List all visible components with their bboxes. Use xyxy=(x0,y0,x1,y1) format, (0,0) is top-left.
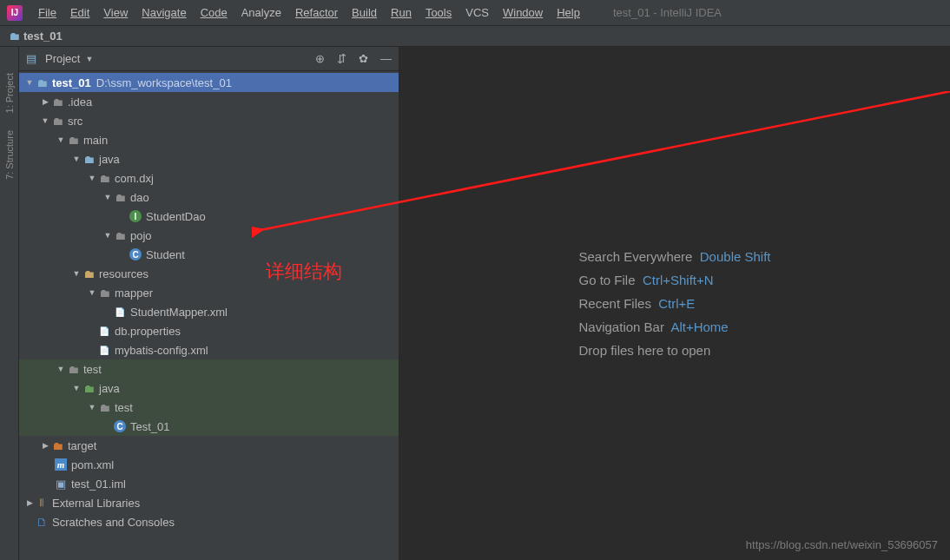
tip-gotofile-key: Ctrl+Shift+N xyxy=(643,273,714,287)
panel-header: ▤ Project ▼ ⊕ ⇵ ✿ — xyxy=(19,47,399,71)
tree-test[interactable]: ▼🖿test xyxy=(19,359,399,379)
tip-recent-label: Recent Files xyxy=(579,296,651,311)
tree-javatest[interactable]: ▼🖿java xyxy=(19,379,399,398)
tree-src[interactable]: ▼🖿src xyxy=(19,111,399,130)
app-icon: IJ xyxy=(7,5,23,21)
project-tree: ▼🖿 test_01 D:\ssm_workspace\test_01 ▶🖿.i… xyxy=(19,71,399,560)
tip-recent-key: Ctrl+E xyxy=(658,296,695,311)
tip-gotofile-label: Go to File xyxy=(579,273,636,287)
watermark: https://blog.csdn.net/weixin_53696057 xyxy=(746,538,938,551)
annotation-text: 详细结构 xyxy=(266,259,342,285)
chevron-down-icon[interactable]: ▼ xyxy=(85,55,93,63)
gear-icon[interactable]: ✿ xyxy=(359,52,368,65)
menu-edit[interactable]: Edit xyxy=(63,6,96,19)
hide-icon[interactable]: — xyxy=(380,52,392,65)
folder-icon: 🖿 xyxy=(9,30,20,43)
tree-dao[interactable]: ▼🖿dao xyxy=(19,188,399,207)
menu-tools[interactable]: Tools xyxy=(419,6,459,19)
tree-main[interactable]: ▼🖿main xyxy=(19,130,399,149)
collapse-icon[interactable]: ⇵ xyxy=(337,52,346,65)
editor-tips: Search Everywhere Double Shift Go to Fil… xyxy=(579,240,771,366)
toolstrip-structure[interactable]: 7: Structure xyxy=(4,122,15,188)
menu-run[interactable]: Run xyxy=(384,6,419,19)
tree-external-libraries[interactable]: ▶⫴External Libraries xyxy=(19,493,399,512)
tree-comdxj[interactable]: ▼🖿com.dxj xyxy=(19,168,399,188)
tree-studentmapperxml[interactable]: 📄StudentMapper.xml xyxy=(19,302,399,321)
panel-title[interactable]: Project xyxy=(45,52,80,65)
project-panel: ▤ Project ▼ ⊕ ⇵ ✿ — ▼🖿 test_01 D:\ssm_wo… xyxy=(19,47,399,560)
menu-navigate[interactable]: Navigate xyxy=(135,6,193,19)
tree-java[interactable]: ▼🖿java xyxy=(19,149,399,168)
tree-root[interactable]: ▼🖿 test_01 D:\ssm_workspace\test_01 xyxy=(19,73,399,92)
toolstrip-project[interactable]: 1: Project xyxy=(4,64,15,122)
tool-strip: 1: Project 7: Structure xyxy=(0,47,19,560)
tree-iml[interactable]: ▣test_01.iml xyxy=(19,474,399,493)
editor-empty: Search Everywhere Double Shift Go to Fil… xyxy=(399,47,950,560)
menu-refactor[interactable]: Refactor xyxy=(288,6,345,19)
window-title: test_01 - IntelliJ IDEA xyxy=(613,6,722,19)
breadcrumb-project[interactable]: test_01 xyxy=(23,30,63,43)
menu-file[interactable]: File xyxy=(31,6,63,19)
tip-search-key: Double Shift xyxy=(700,249,771,264)
tree-mapper[interactable]: ▼🖿mapper xyxy=(19,283,399,302)
locate-icon[interactable]: ⊕ xyxy=(315,52,325,65)
tree-scratches[interactable]: 🗋Scratches and Consoles xyxy=(19,512,399,531)
tree-mybatisconfig[interactable]: 📄mybatis-config.xml xyxy=(19,340,399,359)
tree-target[interactable]: ▶🖿target xyxy=(19,436,399,455)
breadcrumb: 🖿 test_01 xyxy=(0,26,950,47)
menu-bar: IJ File Edit View Navigate Code Analyze … xyxy=(0,0,950,26)
tree-test01class[interactable]: CTest_01 xyxy=(19,417,399,436)
menu-window[interactable]: Window xyxy=(496,6,550,19)
panel-icon: ▤ xyxy=(26,52,36,65)
tree-dbprops[interactable]: 📄db.properties xyxy=(19,321,399,340)
tip-drop: Drop files here to open xyxy=(579,343,711,358)
tree-pom[interactable]: mpom.xml xyxy=(19,455,399,474)
tree-pojo[interactable]: ▼🖿pojo xyxy=(19,226,399,245)
tip-navbar-key: Alt+Home xyxy=(670,320,728,334)
tip-navbar-label: Navigation Bar xyxy=(579,320,664,334)
menu-view[interactable]: View xyxy=(96,6,135,19)
tree-studentdao[interactable]: IStudentDao xyxy=(19,207,399,226)
tree-testpkg[interactable]: ▼🖿test xyxy=(19,398,399,417)
menu-help[interactable]: Help xyxy=(550,6,587,19)
menu-vcs[interactable]: VCS xyxy=(459,6,496,19)
tip-search-label: Search Everywhere xyxy=(579,249,693,264)
menu-analyze[interactable]: Analyze xyxy=(234,6,288,19)
tree-idea[interactable]: ▶🖿.idea xyxy=(19,92,399,111)
menu-build[interactable]: Build xyxy=(345,6,384,19)
menu-code[interactable]: Code xyxy=(194,6,234,19)
